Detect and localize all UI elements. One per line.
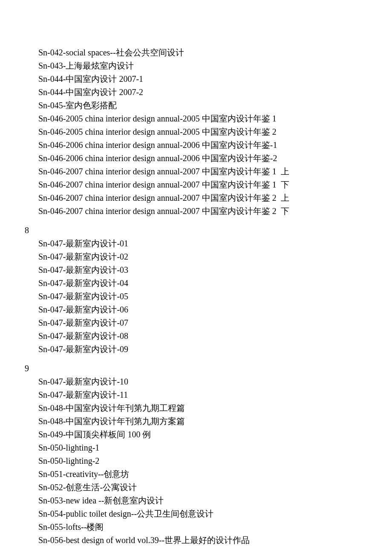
section-label: 8 bbox=[25, 224, 354, 237]
list-item: Sn-047-最新室内设计-02 bbox=[38, 250, 354, 263]
list-item: Sn-047-最新室内设计-06 bbox=[38, 303, 354, 316]
list-item: Sn-046-2006 china interior design annual… bbox=[38, 152, 354, 165]
list-item: Sn-050-lighting-1 bbox=[38, 441, 354, 454]
list-item: Sn-046-2007 china interior design annual… bbox=[38, 178, 354, 191]
list-item: Sn-049-中国顶尖样板间 100 例 bbox=[38, 428, 354, 441]
item-list: Sn-042-social spaces--社会公共空间设计Sn-043-上海最… bbox=[38, 46, 354, 218]
list-item: Sn-055-lofts--楼阁 bbox=[38, 520, 354, 534]
list-item: Sn-047-最新室内设计-03 bbox=[38, 263, 354, 277]
list-item: Sn-046-2007 china interior design annual… bbox=[38, 165, 354, 178]
section-label: 9 bbox=[25, 362, 354, 375]
list-item: Sn-046-2006 china interior design annual… bbox=[38, 139, 354, 152]
list-item: Sn-043-上海最炫室内设计 bbox=[38, 59, 354, 72]
list-item: Sn-047-最新室内设计-04 bbox=[38, 277, 354, 290]
list-item: Sn-048-中国室内设计年刊第九期方案篇 bbox=[38, 415, 354, 428]
list-item: Sn-048-中国室内设计年刊第九期工程篇 bbox=[38, 402, 354, 415]
list-item: Sn-054-public toilet design--公共卫生间创意设计 bbox=[38, 507, 354, 520]
list-item: Sn-044-中国室内设计 2007-1 bbox=[38, 72, 354, 86]
list-item: Sn-046-2005 china interior design annual… bbox=[38, 125, 354, 139]
list-item: Sn-047-最新室内设计-08 bbox=[38, 330, 354, 343]
list-item: Sn-047-最新室内设计-11 bbox=[38, 388, 354, 402]
list-item: Sn-044-中国室内设计 2007-2 bbox=[38, 86, 354, 99]
list-item: Sn-046-2007 china interior design annual… bbox=[38, 205, 354, 218]
list-item: Sn-045-室内色彩搭配 bbox=[38, 99, 354, 112]
list-item: Sn-047-最新室内设计-07 bbox=[38, 316, 354, 330]
document-body: Sn-042-social spaces--社会公共空间设计Sn-043-上海最… bbox=[38, 46, 354, 547]
list-item: Sn-047-最新室内设计-05 bbox=[38, 290, 354, 303]
list-item: Sn-056-best design of world vol.39--世界上最… bbox=[38, 534, 354, 547]
list-item: Sn-047-最新室内设计-01 bbox=[38, 237, 354, 250]
list-item: Sn-046-2007 china interior design annual… bbox=[38, 191, 354, 205]
list-item: Sn-047-最新室内设计-09 bbox=[38, 343, 354, 356]
item-list: Sn-047-最新室内设计-10Sn-047-最新室内设计-11Sn-048-中… bbox=[38, 375, 354, 547]
list-item: Sn-051-creativity--创意坊 bbox=[38, 468, 354, 481]
list-item: Sn-046-2005 china interior design annual… bbox=[38, 112, 354, 125]
list-item: Sn-047-最新室内设计-10 bbox=[38, 375, 354, 388]
item-list: Sn-047-最新室内设计-01Sn-047-最新室内设计-02Sn-047-最… bbox=[38, 237, 354, 356]
list-item: Sn-052-创意生活-公寓设计 bbox=[38, 481, 354, 494]
list-item: Sn-053-new idea --新创意室内设计 bbox=[38, 494, 354, 507]
list-item: Sn-050-lighting-2 bbox=[38, 454, 354, 468]
list-item: Sn-042-social spaces--社会公共空间设计 bbox=[38, 46, 354, 59]
